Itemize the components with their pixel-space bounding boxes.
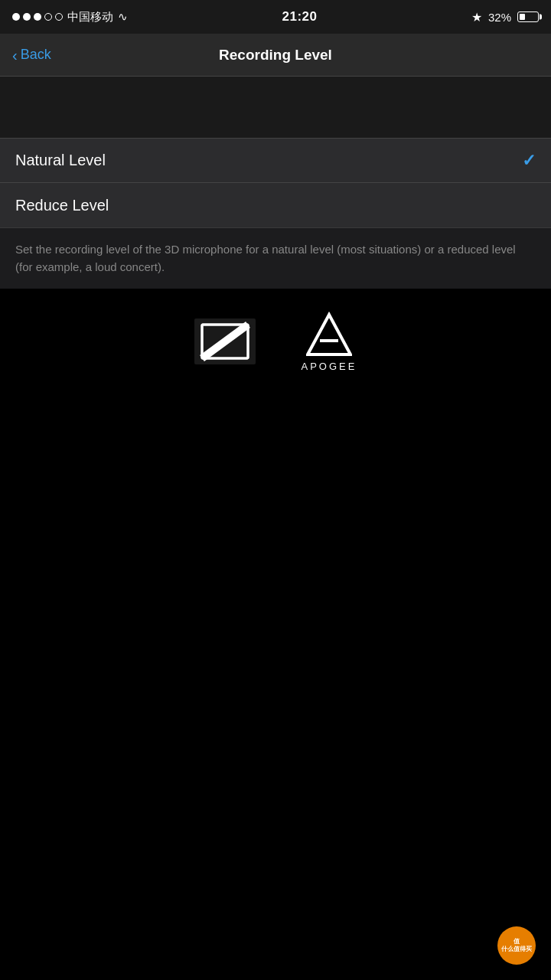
battery-icon [517, 11, 539, 22]
carrier-label: 中国移动 [67, 10, 113, 24]
apogee-icon [306, 312, 352, 358]
apogee-text-label: APOGEE [302, 361, 357, 372]
description-section: Set the recording level of the 3D microp… [0, 227, 551, 289]
status-left: 中国移动 ∿ [12, 10, 128, 24]
signal-dots [12, 13, 63, 21]
wifi-icon: ∿ [118, 10, 128, 24]
back-button[interactable]: ‹ Back [12, 47, 51, 63]
back-chevron-icon: ‹ [12, 47, 18, 63]
watermark-text: 值什么值得买 [501, 938, 532, 952]
status-time: 21:20 [282, 9, 317, 24]
signal-dot-3 [34, 13, 41, 21]
options-list: Natural Level ✓ Reduce Level [0, 138, 551, 227]
apogee-logo: APOGEE [302, 312, 357, 372]
option-reduce-level[interactable]: Reduce Level [0, 183, 551, 227]
status-bar: 中国移动 ∿ 21:20 ★ 32% [0, 0, 551, 34]
header-spacer [0, 77, 551, 138]
sennheiser-logo [194, 318, 256, 364]
back-label: Back [21, 47, 51, 63]
signal-dot-5 [55, 13, 63, 21]
signal-dot-2 [23, 13, 31, 21]
selected-checkmark: ✓ [522, 151, 536, 171]
signal-dot-1 [12, 13, 20, 21]
description-text: Set the recording level of the 3D microp… [15, 240, 536, 276]
logos-section: APOGEE [0, 289, 551, 395]
option-natural-level[interactable]: Natural Level ✓ [0, 139, 551, 183]
battery-fill [520, 14, 525, 20]
battery-percent: 32% [488, 11, 511, 24]
signal-dot-4 [44, 13, 52, 21]
nav-bar: ‹ Back Recording Level [0, 34, 551, 77]
watermark: 值什么值得买 [497, 926, 536, 965]
option-natural-label: Natural Level [15, 152, 106, 169]
bluetooth-icon: ★ [471, 10, 482, 24]
option-reduce-label: Reduce Level [15, 197, 109, 214]
status-right: ★ 32% [471, 10, 539, 24]
page-title: Recording Level [219, 47, 332, 64]
